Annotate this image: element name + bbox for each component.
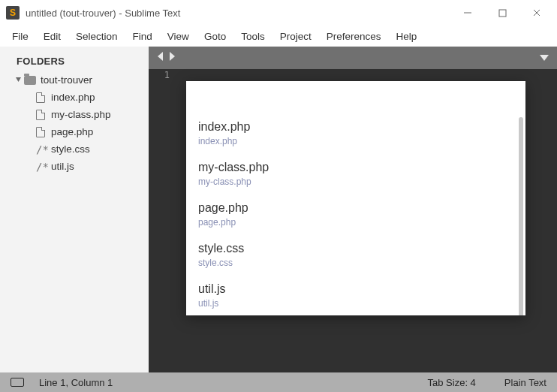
tree-file-label: style.css — [51, 143, 90, 155]
svg-marker-7 — [540, 55, 549, 61]
svg-rect-1 — [499, 10, 506, 17]
text-file-icon: /* — [36, 144, 47, 155]
folder-icon — [24, 76, 36, 85]
menu-project[interactable]: Project — [272, 28, 319, 45]
file-icon — [36, 110, 45, 120]
menu-find[interactable]: Find — [125, 28, 160, 45]
menu-file[interactable]: File — [5, 28, 36, 45]
result-name: my-class.php — [198, 161, 513, 174]
tree-file-label: util.js — [51, 161, 74, 172]
tab-next-icon[interactable] — [167, 51, 176, 65]
tab-dropdown-icon[interactable] — [539, 51, 549, 65]
tree-file[interactable]: page.php — [5, 123, 149, 140]
menu-edit[interactable]: Edit — [36, 28, 68, 45]
result-path: util.js — [198, 298, 513, 309]
goto-result[interactable]: index.php index.php — [186, 113, 525, 153]
goto-result[interactable]: my-class.php my-class.php — [186, 153, 525, 194]
menu-selection[interactable]: Selection — [68, 28, 125, 45]
tree-file[interactable]: my-class.php — [5, 106, 149, 123]
text-file-icon: /* — [36, 161, 47, 172]
goto-result[interactable]: page.php page.php — [186, 194, 525, 234]
menubar: File Edit Selection Find View Goto Tools… — [0, 26, 557, 47]
tree-root-label: tout-trouver — [41, 74, 92, 86]
folder-tree: tout-trouver index.php my-class.php page… — [0, 71, 149, 175]
scrollbar[interactable] — [519, 117, 523, 315]
sidebar: FOLDERS tout-trouver index.php my-class.… — [0, 47, 149, 372]
result-name: style.css — [198, 242, 513, 255]
menu-help[interactable]: Help — [389, 28, 425, 45]
file-icon — [36, 92, 45, 103]
tabbar — [149, 47, 557, 69]
tree-root-folder[interactable]: tout-trouver — [5, 71, 149, 89]
result-path: style.css — [198, 258, 513, 268]
result-name: page.php — [198, 201, 513, 215]
goto-anything-popup: index.php index.php my-class.php my-clas… — [186, 81, 525, 315]
result-name: util.js — [198, 282, 513, 296]
minimize-button[interactable] — [450, 0, 485, 26]
gutter: 1 — [149, 69, 177, 372]
svg-marker-5 — [158, 52, 163, 61]
menu-view[interactable]: View — [160, 28, 197, 45]
result-path: my-class.php — [198, 176, 513, 187]
window-title: untitled (tout-trouver) - Sublime Text — [26, 8, 450, 19]
result-name: index.php — [198, 120, 513, 134]
tree-file-label: my-class.php — [51, 109, 111, 120]
file-icon — [36, 127, 45, 137]
svg-marker-4 — [16, 77, 21, 82]
status-position[interactable]: Line 1, Column 1 — [39, 377, 113, 388]
svg-marker-6 — [170, 52, 175, 61]
menu-tools[interactable]: Tools — [233, 28, 272, 45]
tree-file-label: page.php — [51, 126, 93, 137]
goto-input[interactable] — [186, 81, 525, 113]
titlebar: untitled (tout-trouver) - Sublime Text — [0, 0, 557, 26]
statusbar: Line 1, Column 1 Tab Size: 4 Plain Text — [0, 372, 557, 392]
status-tabsize[interactable]: Tab Size: 4 — [428, 377, 476, 388]
maximize-button[interactable] — [485, 0, 519, 26]
panel-switcher-icon[interactable] — [11, 378, 24, 387]
window-controls — [450, 0, 554, 26]
tab-prev-icon[interactable] — [156, 51, 165, 65]
close-button[interactable] — [519, 0, 554, 26]
line-number: 1 — [149, 69, 177, 82]
tree-file[interactable]: /* style.css — [5, 140, 149, 158]
menu-goto[interactable]: Goto — [197, 28, 233, 45]
scrollbar[interactable] — [543, 71, 554, 371]
tree-file[interactable]: /* util.js — [5, 158, 149, 175]
status-syntax[interactable]: Plain Text — [504, 377, 546, 388]
disclosure-triangle-icon[interactable] — [14, 77, 23, 83]
menu-preferences[interactable]: Preferences — [319, 28, 389, 45]
result-path: page.php — [198, 217, 513, 228]
tree-file[interactable]: index.php — [5, 89, 149, 106]
result-path: index.php — [198, 136, 513, 146]
app-icon — [6, 6, 20, 20]
tree-file-label: index.php — [51, 92, 95, 103]
goto-result[interactable]: util.js util.js — [186, 275, 525, 315]
goto-results: index.php index.php my-class.php my-clas… — [186, 113, 525, 315]
goto-result[interactable]: style.css style.css — [186, 234, 525, 275]
sidebar-header: FOLDERS — [0, 48, 149, 71]
